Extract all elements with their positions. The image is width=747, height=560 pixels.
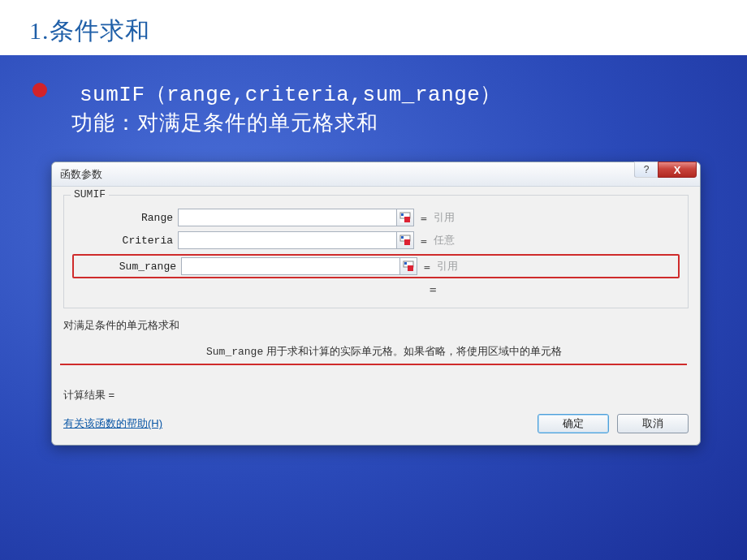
equals-sign: = (421, 212, 427, 224)
slide-body: sumIF（range,criteria,sum_range） 功能：对满足条件… (0, 55, 747, 560)
close-button[interactable]: X (658, 162, 697, 178)
sum-range-input[interactable] (181, 257, 400, 275)
window-buttons: ? X (635, 162, 697, 178)
desc-param-name: Sum_range (206, 346, 263, 358)
param-label-criteria: Criteria (72, 235, 178, 247)
dialog-titlebar[interactable]: 函数参数 ? X (52, 162, 700, 187)
svg-rect-5 (401, 236, 404, 239)
result-label: 计算结果 = (63, 388, 689, 403)
help-link[interactable]: 有关该函数的帮助(H) (63, 416, 162, 431)
function-arguments-dialog: 函数参数 ? X SUMIF Range (51, 162, 701, 446)
criteria-input[interactable] (178, 231, 397, 249)
desc-param-text: 用于求和计算的实际单元格。如果省略，将使用区域中的单元格 (263, 345, 562, 357)
criteria-ref-button[interactable] (396, 231, 414, 249)
sum-range-hint: 引用 (437, 259, 458, 274)
dialog-body: SUMIF Range = 引用 (52, 187, 700, 445)
dialog-buttons: 确定 取消 (538, 414, 689, 433)
bullet-icon (32, 83, 47, 97)
function-name-label: SUMIF (71, 188, 109, 200)
bullet-row: sumIF（range,criteria,sum_range） (32, 80, 502, 108)
equals-sign: = (424, 261, 430, 273)
svg-rect-3 (404, 217, 410, 222)
result-equals: = (430, 283, 680, 296)
function-description-main: 对满足条件的单元格求和 (63, 318, 689, 333)
param-row-criteria: Criteria = 任意 (72, 231, 680, 249)
svg-rect-8 (404, 262, 407, 265)
formula-text: sumIF（range,criteria,sum_range） (80, 80, 502, 108)
dialog-footer: 有关该函数的帮助(H) 确定 取消 (63, 411, 689, 433)
collapse-dialog-icon (403, 261, 414, 272)
function-description: 功能：对满足条件的单元格求和 (71, 109, 378, 137)
svg-rect-6 (404, 239, 410, 245)
help-button[interactable]: ? (634, 162, 658, 178)
param-label-sum-range: Sum_range (76, 261, 181, 273)
collapse-dialog-icon (399, 235, 411, 246)
svg-rect-9 (408, 265, 413, 271)
dialog-title: 函数参数 (60, 167, 102, 182)
range-ref-button[interactable] (396, 209, 414, 226)
param-row-sum-range: Sum_range = 引用 (72, 254, 680, 278)
sum-range-ref-button[interactable] (399, 257, 417, 275)
function-group: SUMIF Range = 引用 (63, 195, 689, 308)
svg-rect-2 (401, 213, 404, 216)
equals-sign: = (421, 235, 427, 247)
collapse-dialog-icon (399, 212, 411, 223)
param-row-range: Range = 引用 (72, 209, 680, 226)
param-label-range: Range (72, 212, 178, 224)
criteria-hint: 任意 (434, 233, 455, 248)
range-input[interactable] (178, 209, 397, 226)
parameter-description: Sum_range 用于求和计算的实际单元格。如果省略，将使用区域中的单元格 (60, 344, 687, 365)
ok-button[interactable]: 确定 (538, 414, 609, 433)
cancel-button[interactable]: 取消 (617, 414, 689, 433)
range-hint: 引用 (434, 210, 455, 225)
slide-heading: 1.条件求和 (0, 0, 747, 48)
